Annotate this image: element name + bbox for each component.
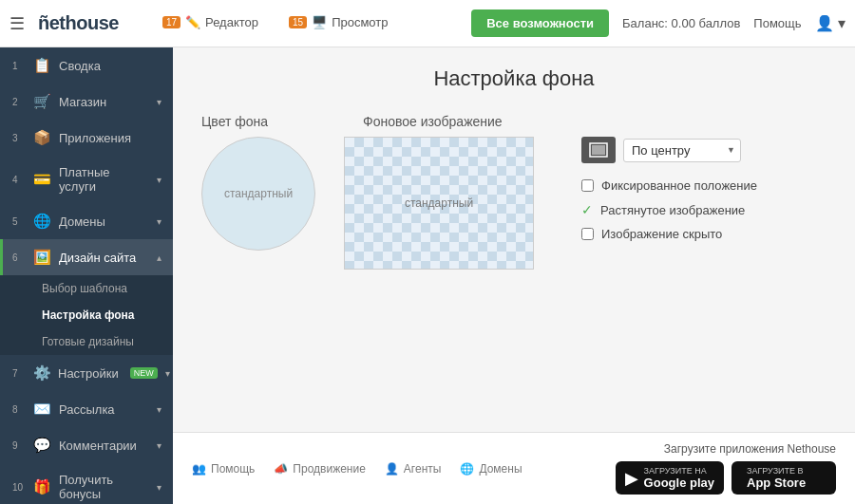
section-header-row: Цвет фона Фоновое изображение (201, 114, 826, 137)
mailing-arrow-icon: ▾ (157, 404, 162, 415)
hamburger-icon[interactable]: ☰ (10, 13, 25, 34)
bg-options: По центру Сверху слева Сверху справа Сни… (581, 137, 757, 241)
sidebar: 1 📋 Сводка 2 🛒 Магазин ▾ 3 📦 Приложения … (0, 47, 173, 504)
hidden-image-row: Изображение скрыто (581, 227, 757, 241)
content-area: Настройка фона Цвет фона Фоновое изображ… (173, 47, 855, 504)
footer-domains-label: Домены (479, 462, 522, 476)
image-box[interactable]: стандартный (344, 137, 534, 270)
footer: 👥 Помощь 📣 Продвижение 👤 Агенты 🌐 Домены (173, 432, 855, 504)
footer-right: Загрузите приложения Nethouse ▶ ЗАГРУЗИТ… (616, 442, 836, 495)
sidebar-item-paid[interactable]: 4 💳 Платные услуги ▾ (0, 156, 173, 203)
bg-settings: стандартный стандартный (201, 137, 826, 270)
bg-color-section: стандартный (201, 137, 315, 251)
balance-text: Баланс: 0.00 баллов (622, 16, 740, 30)
footer-promo-icon: 📣 (274, 462, 288, 476)
sidebar-item-bonus[interactable]: 10 🎁 Получить бонусы ▾ (0, 463, 173, 504)
image-default-label: стандартный (405, 196, 473, 210)
fixed-checkbox[interactable] (581, 179, 594, 192)
footer-agents-link[interactable]: 👤 Агенты (385, 462, 442, 476)
footer-left: 👥 Помощь 📣 Продвижение 👤 Агенты 🌐 Домены (192, 462, 522, 476)
preview-icon: 🖥️ (312, 15, 327, 29)
store-badges: ▶ ЗАГРУЗИТЕ НА Google play Загрузите в (616, 461, 836, 495)
nav-badge-editor: 17 (162, 16, 180, 28)
top-bar-left: ☰ ñethouse (10, 12, 119, 34)
nav-editor-label: Редактор (205, 15, 258, 29)
position-dropdown-wrapper: По центру Сверху слева Сверху справа Сни… (623, 139, 741, 162)
hidden-checkbox[interactable] (581, 228, 594, 240)
google-play-name: Google play (644, 476, 714, 490)
domains-icon: 🌐 (33, 213, 51, 230)
google-play-icon: ▶ (625, 468, 638, 489)
footer-promo-link[interactable]: 📣 Продвижение (274, 462, 366, 476)
sidebar-item-settings[interactable]: 7 ⚙️ Настройки NEW ▾ (0, 355, 173, 391)
sidebar-sub-ready[interactable]: Готовые дизайны (0, 328, 173, 355)
svg-rect-1 (592, 145, 605, 155)
sidebar-sub-design: Выбор шаблона Настройка фона Готовые диз… (0, 275, 173, 355)
color-section-header: Цвет фона (201, 114, 325, 137)
user-icon[interactable]: 👤 ▾ (815, 14, 846, 32)
main-layout: 1 📋 Сводка 2 🛒 Магазин ▾ 3 📦 Приложения … (0, 47, 855, 504)
stretch-label: Растянутое изображение (600, 203, 745, 217)
top-bar: ☰ ñethouse 17 ✏️ Редактор 15 🖥️ Просмотр… (0, 0, 855, 47)
all-features-button[interactable]: Все возможности (471, 9, 609, 37)
sidebar-item-comments[interactable]: 9 💬 Комментарии ▾ (0, 427, 173, 463)
footer-promo-label: Продвижение (293, 462, 366, 476)
hidden-label: Изображение скрыто (601, 227, 722, 241)
position-dropdown-row: По центру Сверху слева Сверху справа Сни… (581, 137, 757, 163)
dashboard-icon: 📋 (33, 57, 51, 74)
settings-arrow-icon: ▾ (165, 368, 170, 379)
footer-help-icon: 👥 (192, 462, 206, 476)
content-body: Настройка фона Цвет фона Фоновое изображ… (173, 47, 855, 432)
settings-icon: ⚙️ (33, 364, 50, 382)
nav-preview[interactable]: 15 🖥️ Просмотр (274, 0, 404, 47)
sidebar-item-domains[interactable]: 5 🌐 Домены ▾ (0, 203, 173, 239)
help-link[interactable]: Помощь (753, 16, 801, 30)
google-play-text: ЗАГРУЗИТЕ НА Google play (644, 466, 714, 490)
bonus-icon: 🎁 (33, 478, 51, 495)
top-bar-right: Все возможности Баланс: 0.00 баллов Помо… (471, 9, 846, 37)
sidebar-sub-template[interactable]: Выбор шаблона (0, 275, 173, 302)
comments-arrow-icon: ▾ (157, 440, 162, 451)
footer-agents-icon: 👤 (385, 462, 399, 476)
sidebar-item-dashboard[interactable]: 1 📋 Сводка (0, 47, 173, 84)
top-bar-nav: 17 ✏️ Редактор 15 🖥️ Просмотр (147, 0, 404, 47)
apps-icon: 📦 (33, 129, 51, 146)
footer-help-link[interactable]: 👥 Помощь (192, 462, 255, 476)
sidebar-item-mailing[interactable]: 8 ✉️ Рассылка ▾ (0, 391, 173, 427)
app-store-sub: Загрузите в (747, 466, 806, 476)
sidebar-item-shop[interactable]: 2 🛒 Магазин ▾ (0, 84, 173, 120)
bg-image-section: стандартный (344, 137, 534, 270)
google-play-sub: ЗАГРУЗИТЕ НА (644, 466, 714, 476)
footer-domains-icon: 🌐 (460, 462, 474, 476)
comments-icon: 💬 (33, 437, 51, 454)
app-label: Загрузите приложения Nethouse (664, 442, 836, 456)
logo: ñethouse (38, 12, 119, 34)
google-play-badge[interactable]: ▶ ЗАГРУЗИТЕ НА Google play (616, 461, 724, 495)
stretch-image-row: ✓ Растянутое изображение (581, 202, 757, 217)
color-circle[interactable]: стандартный (201, 137, 315, 251)
app-store-text: Загрузите в App Store (747, 466, 806, 490)
nav-preview-label: Просмотр (332, 15, 388, 29)
domains-arrow-icon: ▾ (157, 216, 162, 227)
sidebar-item-apps[interactable]: 3 📦 Приложения (0, 120, 173, 156)
position-select[interactable]: По центру Сверху слева Сверху справа Сни… (623, 139, 741, 162)
shop-icon: 🛒 (33, 93, 51, 110)
page-title: Настройка фона (201, 66, 826, 91)
new-badge: NEW (130, 367, 158, 379)
nav-badge-preview: 15 (289, 16, 307, 28)
app-container: ☰ ñethouse 17 ✏️ Редактор 15 🖥️ Просмотр… (0, 0, 855, 504)
sidebar-item-design[interactable]: 6 🖼️ Дизайн сайта ▴ (0, 239, 173, 275)
nav-editor[interactable]: 17 ✏️ Редактор (147, 0, 274, 47)
color-default-label: стандартный (224, 187, 293, 200)
footer-domains-link[interactable]: 🌐 Домены (460, 462, 522, 476)
app-store-badge[interactable]: Загрузите в App Store (732, 461, 836, 495)
footer-agents-label: Агенты (404, 462, 442, 476)
color-label: Цвет фона (201, 114, 325, 129)
bonus-arrow-icon: ▾ (157, 482, 162, 493)
paid-arrow-icon: ▾ (157, 175, 162, 185)
position-svg-icon (589, 142, 608, 158)
app-store-name: App Store (747, 476, 806, 490)
fixed-position-row: Фиксированное положение (581, 178, 757, 193)
design-icon: 🖼️ (33, 249, 51, 266)
sidebar-sub-bg[interactable]: Настройка фона (0, 302, 173, 328)
